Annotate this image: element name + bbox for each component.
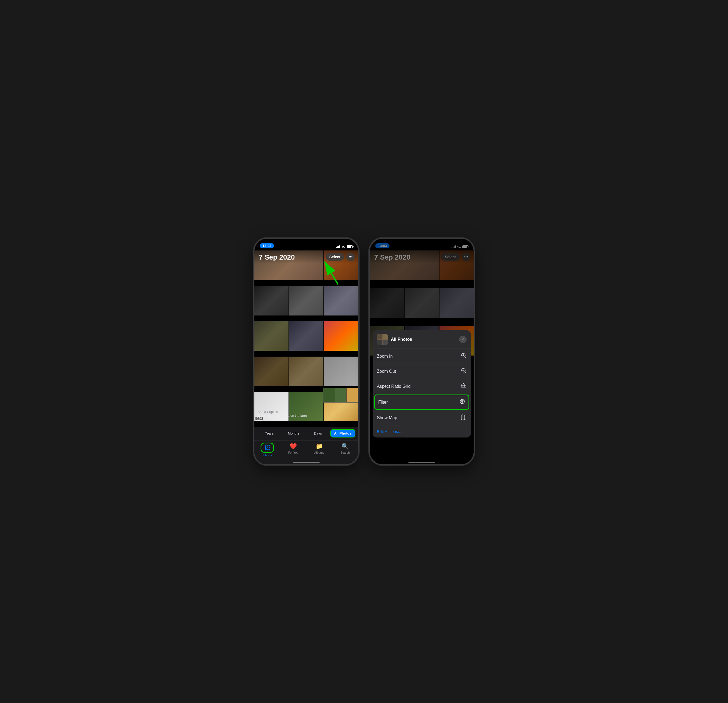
context-menu: All Photos ✕ Zoom In — [373, 330, 471, 437]
photo-cell-4[interactable] — [289, 286, 323, 315]
tab-search[interactable]: 🔍 Search — [332, 443, 358, 454]
ctx-thumb-3 — [377, 340, 382, 345]
add-caption-text: Add a Caption — [258, 410, 355, 414]
signal-bar-3 — [338, 246, 339, 248]
filter-icon — [459, 399, 465, 406]
scene: 13:03 4G — [254, 238, 474, 465]
caption-area: Add a Caption Enjoying the play area on … — [254, 408, 358, 419]
aspect-ratio-icon — [461, 383, 467, 390]
phone-left-screen: 13:03 4G — [254, 239, 358, 464]
ctx-thumb-1 — [377, 334, 382, 339]
tab-albums[interactable]: 📁 Albums — [306, 443, 332, 454]
filter-label: Filter — [378, 400, 459, 405]
tab-bar-left: 🖼 Library ❤️ For You 📁 Albums 🔍 Search — [254, 440, 358, 464]
tab-library[interactable]: 🖼 Library — [254, 443, 280, 457]
svg-line-5 — [465, 357, 467, 358]
context-menu-aspect-ratio[interactable]: Aspect Ratio Grid — [373, 379, 471, 394]
photo-cell-5[interactable] — [324, 286, 358, 315]
segment-years[interactable]: Years — [257, 429, 282, 437]
top-buttons-left: Select ••• — [326, 253, 355, 261]
home-indicator-right — [408, 462, 435, 463]
time-left: 13:03 — [260, 243, 274, 248]
segment-control: Years Months Days All Photos — [254, 427, 358, 440]
context-menu-zoom-in[interactable]: Zoom In — [373, 349, 471, 364]
power-button — [358, 282, 359, 301]
show-map-icon — [461, 414, 467, 421]
segment-months[interactable]: Months — [282, 429, 306, 437]
phone-right-screen: 13:03 4G — [370, 239, 474, 464]
segment-days[interactable]: Days — [306, 429, 330, 437]
phone-right: 13:03 4G — [369, 238, 474, 465]
show-map-label: Show Map — [377, 415, 461, 420]
photo-cell-9[interactable] — [254, 357, 289, 386]
select-button-left[interactable]: Select — [326, 253, 344, 261]
search-label: Search — [340, 451, 350, 454]
ctx-thumb-4 — [383, 340, 388, 345]
photo-cell-10[interactable] — [289, 357, 323, 386]
ctx-thumb-2 — [383, 334, 388, 339]
context-menu-edit-actions[interactable]: Edit Actions... — [373, 425, 471, 437]
albums-label: Albums — [314, 451, 324, 454]
search-icon: 🔍 — [341, 443, 349, 450]
context-menu-show-map[interactable]: Show Map — [373, 410, 471, 425]
thumb-strip — [323, 388, 358, 402]
svg-line-8 — [465, 372, 467, 373]
library-label: Library — [263, 454, 272, 457]
photo-cell-11[interactable] — [324, 357, 358, 386]
zoom-out-icon — [461, 367, 467, 375]
tab-for-you[interactable]: ❤️ For You — [280, 443, 306, 454]
segment-all-photos[interactable]: All Photos — [330, 429, 356, 437]
svg-marker-19 — [461, 415, 466, 419]
context-menu-close[interactable]: ✕ — [459, 336, 467, 343]
photo-cell-8[interactable] — [324, 321, 358, 351]
thumb-3 — [347, 388, 358, 402]
thumb-2 — [335, 388, 346, 402]
caption-text: Enjoying the play area on the farm — [258, 414, 355, 418]
photo-cell-6[interactable] — [254, 321, 289, 351]
context-menu-header: All Photos ✕ — [373, 330, 471, 349]
zoom-in-icon — [461, 353, 467, 360]
library-icon: 🖼 — [264, 444, 271, 451]
home-indicator-left — [293, 462, 320, 463]
context-menu-filter[interactable]: Filter — [374, 395, 469, 410]
signal-bar-2 — [337, 246, 338, 248]
context-menu-zoom-out[interactable]: Zoom Out — [373, 364, 471, 379]
status-icons-left: 4G — [336, 245, 353, 248]
photo-cell-7[interactable] — [289, 321, 323, 351]
zoom-in-label: Zoom In — [377, 354, 461, 359]
library-tab-box: 🖼 — [261, 443, 274, 453]
for-you-label: For You — [288, 451, 299, 454]
for-you-icon: ❤️ — [290, 443, 297, 450]
context-menu-thumbnail — [377, 334, 388, 345]
aspect-ratio-label: Aspect Ratio Grid — [377, 384, 461, 389]
thumb-1 — [324, 388, 335, 402]
signal-bar-4 — [339, 245, 340, 248]
more-button-left[interactable]: ••• — [346, 253, 355, 261]
network-type-left: 4G — [341, 245, 345, 248]
phone-left: 13:03 4G — [254, 238, 359, 465]
photo-cell-3[interactable] — [254, 286, 289, 315]
signal-icon — [336, 245, 340, 248]
battery-icon-left — [347, 245, 353, 248]
context-menu-title: All Photos — [391, 337, 456, 342]
signal-bar-1 — [336, 247, 337, 248]
albums-icon: 📁 — [315, 443, 323, 450]
power-button-right — [474, 282, 474, 301]
edit-actions-label: Edit Actions... — [373, 425, 471, 437]
notch — [286, 239, 326, 247]
battery-fill — [347, 246, 351, 248]
zoom-out-label: Zoom Out — [377, 369, 461, 374]
